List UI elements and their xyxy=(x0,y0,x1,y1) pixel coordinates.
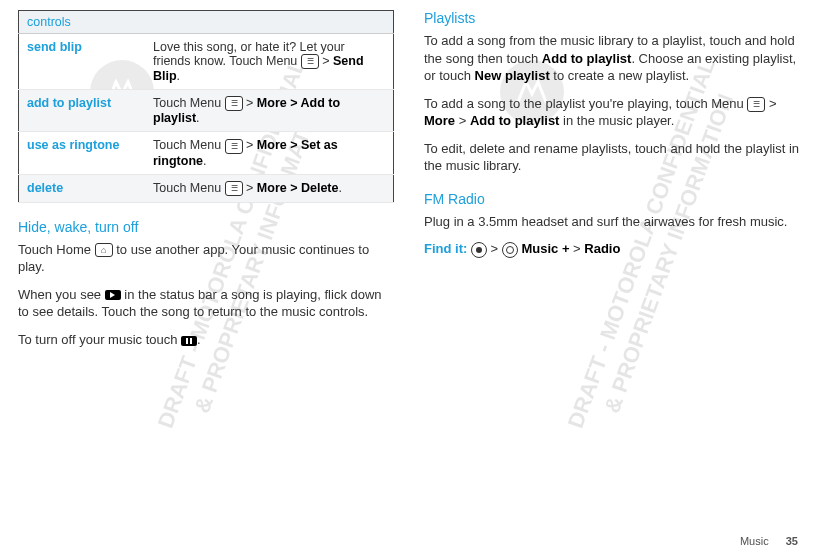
right-column: Playlists To add a song from the music l… xyxy=(424,10,800,359)
menu-icon xyxy=(747,97,765,112)
footer-section: Music xyxy=(740,535,769,547)
row-name: add to playlist xyxy=(19,90,146,132)
paragraph: Plug in a 3.5mm headset and surf the air… xyxy=(424,213,800,231)
table-row: use as ringtone Touch Menu > More > Set … xyxy=(19,132,394,174)
find-it-label: Find it: xyxy=(424,241,467,256)
find-it-line: Find it: > Music + > Radio xyxy=(424,240,800,258)
page-footer: Music 35 xyxy=(740,535,798,547)
section-fm-radio: FM Radio xyxy=(424,191,800,207)
paragraph: To edit, delete and rename playlists, to… xyxy=(424,140,800,175)
paragraph: To add a song from the music library to … xyxy=(424,32,800,85)
row-name: delete xyxy=(19,174,146,202)
paragraph: Touch Home to use another app. Your musi… xyxy=(18,241,394,276)
paragraph: When you see in the status bar a song is… xyxy=(18,286,394,321)
controls-table: controls send blip Love this song, or ha… xyxy=(18,10,394,203)
left-column: controls send blip Love this song, or ha… xyxy=(18,10,394,359)
home-icon xyxy=(95,243,113,257)
launcher-icon xyxy=(471,242,487,258)
row-name: use as ringtone xyxy=(19,132,146,174)
row-desc: Love this song, or hate it? Let your fri… xyxy=(145,34,394,90)
play-icon xyxy=(105,290,121,300)
table-row: send blip Love this song, or hate it? Le… xyxy=(19,34,394,90)
footer-page-number: 35 xyxy=(786,535,798,547)
section-playlists: Playlists xyxy=(424,10,800,26)
table-row: add to playlist Touch Menu > More > Add … xyxy=(19,90,394,132)
music-app-icon xyxy=(502,242,518,258)
menu-icon xyxy=(225,181,243,196)
controls-header: controls xyxy=(19,11,394,34)
table-row: delete Touch Menu > More > Delete. xyxy=(19,174,394,202)
row-desc: Touch Menu > More > Set as ringtone. xyxy=(145,132,394,174)
section-hide-wake: Hide, wake, turn off xyxy=(18,219,394,235)
menu-icon xyxy=(301,54,319,69)
row-name: send blip xyxy=(19,34,146,90)
paragraph: To add a song to the playlist you're pla… xyxy=(424,95,800,130)
menu-icon xyxy=(225,139,243,154)
row-desc: Touch Menu > More > Add to playlist. xyxy=(145,90,394,132)
paragraph: To turn off your music touch . xyxy=(18,331,394,349)
row-desc: Touch Menu > More > Delete. xyxy=(145,174,394,202)
menu-icon xyxy=(225,96,243,111)
pause-icon xyxy=(181,336,197,346)
